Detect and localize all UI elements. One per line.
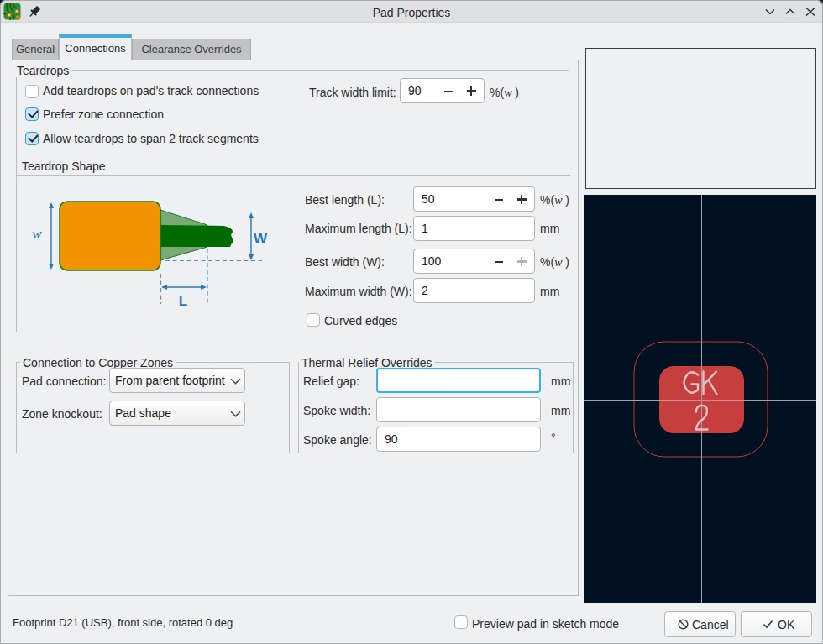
svg-text:w: w: [32, 226, 42, 242]
svg-text:L: L: [179, 293, 187, 309]
svg-text:W: W: [254, 231, 268, 247]
